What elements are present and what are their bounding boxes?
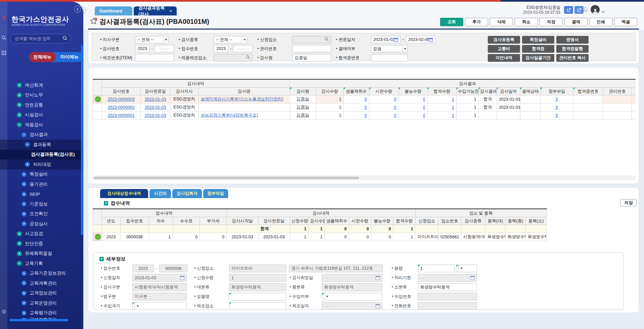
- cell[interactable]: [573, 103, 603, 111]
- cell[interactable]: 1: [290, 233, 309, 241]
- certificate-doc-button[interactable]: 증명서: [556, 36, 589, 44]
- cell[interactable]: 라이프트리: [416, 233, 438, 241]
- receipt-save-button[interactable]: 저장: [620, 199, 637, 206]
- sidebar-item-factory-audit[interactable]: +공장심사: [0, 219, 83, 229]
- header-cell[interactable]: 검사수량: [316, 88, 344, 95]
- print-button[interactable]: 인쇄: [589, 18, 612, 26]
- header-cell[interactable]: 검사시작일: [227, 217, 258, 225]
- cell[interactable]: 0: [369, 103, 399, 111]
- header-cell[interactable]: 첨부파일: [541, 88, 573, 95]
- table-row[interactable]: ✓ 2023-0000003 2023-01-03 ESG경영처 설계단계검사기…: [93, 95, 636, 103]
- cell[interactable]: [632, 103, 636, 111]
- manage-no-input[interactable]: [292, 45, 331, 52]
- menu-search-input[interactable]: 검색할 메뉴명 입력: [10, 34, 71, 43]
- cell[interactable]: 김종일: [290, 103, 316, 111]
- pass-cert-issue-button[interactable]: 합격증발행: [556, 45, 589, 53]
- cell[interactable]: ESG경영처: [170, 111, 199, 120]
- sidebar-item-requirement[interactable]: +요건확인: [0, 209, 83, 219]
- avatar[interactable]: [591, 5, 600, 14]
- cell[interactable]: 시험용역/수탁시험용역: [461, 233, 485, 241]
- cell[interactable]: 1: [309, 233, 325, 241]
- cell[interactable]: [520, 111, 541, 120]
- cell[interactable]: ✓: [93, 233, 102, 241]
- sidebar-item-special-equip[interactable]: +특정설비: [0, 170, 83, 180]
- cell[interactable]: 합격: [479, 95, 497, 103]
- cell[interactable]: [520, 95, 541, 103]
- cell[interactable]: [573, 111, 603, 120]
- table-row[interactable]: ✓ 2023 0000036 1 0 0 2023-01-03 2023-01-…: [93, 233, 547, 241]
- header-cell[interactable]: 검사명: [199, 88, 290, 95]
- grid-menu-icon[interactable]: [1, 51, 7, 57]
- sidebar-item-process-ledger[interactable]: +처리대장: [0, 159, 83, 170]
- header-cell[interactable]: 검사수량: [309, 217, 325, 225]
- special-equip-button[interactable]: 특정설비: [522, 36, 554, 44]
- sidebar-item-hr[interactable]: +인사노무: [0, 90, 83, 100]
- cell-link[interactable]: 0: [364, 105, 367, 110]
- header-cell[interactable]: 샘플채취수: [325, 217, 349, 225]
- cell[interactable]: [632, 111, 636, 120]
- header-cell[interactable]: 합격수량: [428, 88, 457, 95]
- cell[interactable]: 2023-01-03: [141, 95, 170, 103]
- cell[interactable]: 0: [173, 233, 200, 241]
- header-cell[interactable]: 수수료: [173, 217, 200, 225]
- cert-no-input[interactable]: [371, 54, 408, 61]
- sidebar-item-accident[interactable]: +사고점검: [0, 229, 83, 239]
- cell[interactable]: 2023-01-03: [497, 103, 520, 111]
- cell[interactable]: ESG경영처: [170, 95, 199, 103]
- header-cell[interactable]: 샘플채취수: [344, 88, 369, 95]
- approve-button[interactable]: 결재: [564, 18, 588, 26]
- header-cell[interactable]: 업소번호: [438, 217, 461, 225]
- calendar-icon[interactable]: [394, 38, 398, 42]
- cell-link[interactable]: 2023-0000001: [108, 113, 135, 118]
- external-link-icon[interactable]: [564, 6, 573, 14]
- cell[interactable]: [603, 103, 632, 111]
- close-icon[interactable]: ×: [169, 8, 172, 13]
- search-icon[interactable]: [1, 35, 7, 42]
- cell[interactable]: 1: [316, 103, 344, 111]
- cell[interactable]: 0: [349, 233, 371, 241]
- cell-link[interactable]: X: [555, 97, 558, 102]
- cell-link[interactable]: 2023-0000002: [108, 105, 135, 110]
- sidebar-item-edu-operation[interactable]: +교육운영관리: [0, 298, 83, 308]
- cell[interactable]: X: [541, 111, 573, 120]
- sidebar-item-edu-plan[interactable]: −교육기획: [0, 258, 83, 269]
- cell[interactable]: 0: [369, 95, 399, 103]
- cell[interactable]: 0: [344, 111, 369, 120]
- cell-link[interactable]: 설계단계검사기록부(가스누출경보차단장치): [201, 97, 283, 101]
- header-cell[interactable]: 시편수량: [349, 217, 371, 225]
- sidebar-item-edu-evaluation[interactable]: +교육평가관리: [0, 308, 83, 318]
- cell-link[interactable]: 0: [364, 113, 367, 118]
- header-cell[interactable]: 검사완료일: [258, 217, 290, 225]
- cell[interactable]: 0: [371, 233, 393, 241]
- cell[interactable]: [603, 95, 632, 103]
- tab-active-page[interactable]: 검사결과등록(검사 ×: [134, 6, 177, 15]
- header-cell[interactable]: 합격증번호: [573, 88, 603, 95]
- cell[interactable]: [520, 103, 541, 111]
- cell[interactable]: 02505661: [438, 233, 461, 241]
- sidebar-item-seip[interactable]: +SEIP: [0, 189, 83, 199]
- header-cell[interactable]: 검사종류: [461, 217, 485, 225]
- sidebar-collapse-icon[interactable]: [74, 6, 81, 13]
- insp-sheet-reg-button[interactable]: 검사표등록: [488, 36, 520, 44]
- cell-link[interactable]: X: [555, 113, 558, 118]
- cell-link[interactable]: 2023-0000003: [108, 97, 135, 102]
- cell[interactable]: 1: [457, 95, 479, 103]
- header-cell[interactable]: 불능수량: [399, 88, 428, 95]
- cell[interactable]: [632, 95, 636, 103]
- cell[interactable]: 0: [369, 111, 399, 120]
- applicant-lookup-input[interactable]: [292, 36, 331, 43]
- header-cell[interactable]: 차수: [149, 217, 173, 225]
- cell[interactable]: X: [541, 103, 573, 111]
- favorite-star-icon[interactable]: [90, 17, 97, 26]
- excel-button[interactable]: 엑셀: [614, 18, 637, 26]
- cell-link[interactable]: 0: [364, 97, 367, 102]
- header-cell[interactable]: 검사완료일: [141, 88, 170, 95]
- item-no-input[interactable]: [135, 54, 174, 61]
- cell[interactable]: 화생방수탁용역: [506, 233, 526, 241]
- sidebar-item-customer-info[interactable]: +고객정보관리: [0, 288, 83, 298]
- header-cell[interactable]: 검사결과: [479, 88, 497, 95]
- cell[interactable]: 성능검정기록부(내압방폭구조): [199, 111, 290, 120]
- cell-link[interactable]: 성능검정기록부(내압방폭구조): [201, 113, 258, 117]
- header-cell[interactable]: 불능수량: [371, 217, 393, 225]
- cell[interactable]: 김종일: [290, 111, 316, 120]
